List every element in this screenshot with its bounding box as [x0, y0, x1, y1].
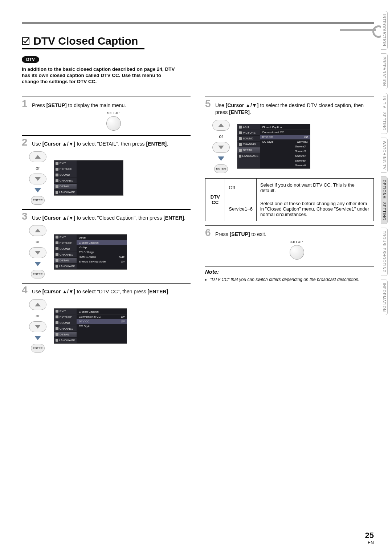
- cursor-up-icon: [218, 123, 224, 127]
- cursor-up-icon: [35, 155, 41, 159]
- columns: 1 Press [SETUP] to display the main menu…: [22, 92, 374, 356]
- step-rule: [205, 225, 374, 226]
- step-text: Use [Cursor ▲/▼] to select "DETAIL", the…: [32, 138, 168, 148]
- tv-menu-option: Service4: [260, 154, 308, 158]
- checkbox-icon: [22, 37, 30, 45]
- tv-menu-item: Energy Saving ModeOn: [77, 259, 127, 264]
- table-cell-desc: Select one of these before changing any …: [256, 197, 373, 221]
- cursor-down-button: [29, 321, 46, 332]
- arrow-down-icon: [218, 156, 224, 161]
- setup-circle-icon: [106, 116, 121, 131]
- note-title: Note:: [205, 269, 374, 275]
- cursor-buttons: or ENTER: [29, 151, 46, 205]
- step-text: Use [Cursor ▲/▼] to select "Closed Capti…: [32, 212, 185, 222]
- tv-menu-sidenav: EXIT PICTURE SOUND CHANNEL DETAIL LANGUA…: [54, 160, 77, 195]
- step-number: 5: [205, 99, 212, 109]
- tv-menu-item: Conventional CCOff: [77, 314, 127, 319]
- table-cell-option: Off: [225, 178, 256, 197]
- tv-menu-item: HDMI1 AudioAuto: [77, 254, 127, 259]
- table-cell-desc: Select if you do not want DTV CC. This i…: [256, 178, 373, 197]
- step-number: 1: [22, 99, 28, 109]
- note-list: "DTV CC" that you can switch differs dep…: [210, 277, 374, 282]
- step-rule: [22, 209, 191, 210]
- arrow-down-icon: [34, 188, 41, 192]
- tv-menu-option: Service5: [260, 158, 308, 163]
- cursor-down-icon: [218, 146, 224, 149]
- table-header: DTV CC: [205, 178, 225, 221]
- cursor-up-button: [29, 299, 46, 310]
- setup-button-diagram: SETUP: [220, 240, 374, 260]
- cursor-down-button: [29, 174, 46, 184]
- manual-page: DTV Closed Caption DTV In addition to th…: [0, 0, 392, 554]
- step-3: 3 Use [Cursor ▲/▼] to select "Closed Cap…: [22, 211, 191, 222]
- step-number: 2: [22, 137, 28, 147]
- note-item: "DTV CC" that you can switch differs dep…: [210, 277, 374, 282]
- cursor-up-button: [29, 151, 46, 162]
- tv-menu-item: V-chip: [77, 245, 127, 250]
- side-tabs: INTRODUCTIONPREPARATIONINITIAL SETTINGWA…: [381, 11, 388, 315]
- intro-text: In addition to the basic closed caption …: [22, 66, 178, 85]
- side-tab: INTRODUCTION: [381, 11, 388, 50]
- tv-menu-content-dtvcc: Closed Caption Conventional CCDTV CCOffC…: [260, 124, 310, 168]
- tv-menu-option: Service3: [260, 149, 308, 154]
- tv-menu-item: DTV CCOff: [260, 135, 310, 139]
- dtvcc-option-table: DTV CC Off Select if you do not want DTV…: [205, 178, 374, 221]
- tv-menu-item: CC StyleService1: [260, 139, 310, 144]
- note-end-rule: [205, 286, 374, 286]
- table-row: Service1~6 Select one of these before ch…: [205, 197, 374, 221]
- step-4-diagram: or ENTER EXIT PICTURE SOUND CHANNEL DETA…: [29, 299, 191, 353]
- tv-menu-content-empty: [77, 160, 123, 195]
- tv-menu-item: CC Style: [77, 324, 127, 329]
- cursor-up-button: [212, 120, 230, 131]
- cursor-buttons: or ENTER: [212, 120, 230, 173]
- step-number: 6: [205, 228, 212, 238]
- side-tab: OPTIONAL SETTING: [381, 176, 388, 224]
- tv-menu-item: Closed Caption: [77, 240, 127, 245]
- arrow-down-icon: [34, 336, 41, 340]
- header-rule: [22, 22, 374, 24]
- enter-button: ENTER: [31, 344, 45, 353]
- step-text: Use [Cursor ▲/▼] to select the desired D…: [215, 100, 374, 116]
- enter-button: ENTER: [214, 164, 228, 173]
- page-title-wrap: DTV Closed Caption: [22, 35, 374, 47]
- step-rule: [22, 283, 191, 284]
- tv-menu-sidenav: EXIT PICTURE SOUND CHANNEL DETAIL LANGUA…: [237, 124, 260, 168]
- table-cell-option: Service1~6: [225, 197, 256, 221]
- table-row: DTV CC Off Select if you do not want DTV…: [205, 178, 374, 197]
- tv-menu-item: DTV CCOff: [77, 319, 127, 324]
- note-block: Note: "DTV CC" that you can switch diffe…: [205, 266, 374, 286]
- step-5: 5 Use [Cursor ▲/▼] to select the desired…: [205, 99, 374, 116]
- tv-menu-content-cc: Closed Caption Conventional CCOffDTV CCO…: [77, 309, 127, 343]
- tv-menu-item: PC Settings: [77, 250, 127, 254]
- tv-menu-option: Service6: [260, 163, 308, 168]
- cursor-up-button: [29, 225, 46, 236]
- tv-menu-item: Conventional CC: [260, 130, 310, 135]
- page-title: DTV Closed Caption: [33, 35, 138, 47]
- cursor-down-button: [29, 247, 46, 258]
- side-tab: PREPARATION: [381, 53, 388, 89]
- step-text: Use [Cursor ▲/▼] to select "DTV CC", the…: [32, 286, 170, 296]
- side-tab: INFORMATION: [381, 280, 388, 315]
- step-4: 4 Use [Cursor ▲/▼] to select "DTV CC", t…: [22, 285, 191, 296]
- step-1: 1 Press [SETUP] to display the main menu…: [22, 99, 191, 109]
- setup-label: SETUP: [107, 111, 120, 115]
- setup-circle-icon: [290, 245, 304, 260]
- side-tab: INITIAL SETTING: [381, 93, 388, 134]
- setup-button-diagram: SETUP: [36, 111, 191, 131]
- page-number: 25: [365, 531, 374, 540]
- tv-menu-main: EXIT PICTURE SOUND CHANNEL DETAIL LANGUA…: [54, 160, 123, 196]
- step-2: 2 Use [Cursor ▲/▼] to select "DETAIL", t…: [22, 137, 191, 148]
- or-label: or: [36, 239, 40, 244]
- side-tab: WATCHING TV: [381, 138, 388, 173]
- step-5-diagram: or ENTER EXIT PICTURE SOUND CHANNEL DETA…: [212, 120, 374, 173]
- left-column: 1 Press [SETUP] to display the main menu…: [22, 92, 191, 356]
- enter-button: ENTER: [31, 270, 45, 278]
- tv-menu-closedcaption: EXIT PICTURE SOUND CHANNEL DETAIL LANGUA…: [54, 308, 127, 344]
- or-label: or: [36, 313, 40, 318]
- page-language: EN: [365, 540, 374, 545]
- tv-menu-dtvcc: EXIT PICTURE SOUND CHANNEL DETAIL LANGUA…: [237, 124, 310, 169]
- tv-menu-sidenav: EXIT PICTURE SOUND CHANNEL DETAIL LANGUA…: [54, 235, 77, 269]
- cursor-down-icon: [35, 325, 41, 329]
- setup-label: SETUP: [290, 240, 303, 244]
- header-accent-line: [340, 29, 376, 31]
